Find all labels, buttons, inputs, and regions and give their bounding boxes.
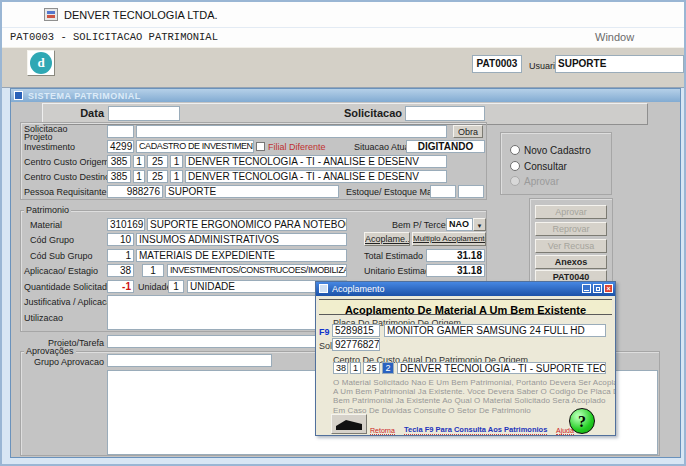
dialog-cc-desc-field: DENVER TECNOLOGIA - TI - SUPORTE TECNICO [397,362,606,374]
dialog-message-line-2: A Um Bem Patrimonial Ja Existente. Voce … [333,387,616,396]
cc-origem-field-3[interactable]: 25 [147,155,168,168]
mdi-title-bar[interactable]: SISTEMA PATRIMONIAL [11,89,680,102]
unitario-estimado-field: 31.18 [426,264,485,277]
radio-novo-cadastro[interactable] [510,145,520,155]
placa-code-field[interactable]: 5289815 [332,324,380,337]
dialog-cc-field-2[interactable]: 1 [350,362,361,374]
retorna-button[interactable] [331,414,367,434]
acoplame-button[interactable]: Acoplame... [364,232,410,246]
f9-label: F9 [319,327,330,337]
dialog-close-button[interactable]: × [604,284,613,293]
cc-destino-field-1[interactable]: 385 [107,170,131,183]
denver-logo-icon: d [30,52,52,74]
cod-subgrupo-label: Cód Sub Grupo [30,251,93,262]
denver-logo-button[interactable]: d [27,50,55,76]
retorna-label: Retorna [370,427,395,435]
cc-origem-desc-field: DENVER TECNOLOGIA - TI - ANALISE E DESEN… [185,155,447,168]
cc-origem-field-1[interactable]: 385 [107,155,131,168]
app-icon [44,8,58,21]
material-code-field[interactable]: 310169 [107,218,145,231]
bem-terceiro-select[interactable]: NAO [446,218,473,231]
dialog-maximize-button[interactable] [593,284,602,293]
placa-desc-field: MONITOR GAMER SAMSUNG 24 FULL HD [384,324,606,337]
menu-item-module[interactable]: PAT0003 - SOLICITACAO PATRIMONIAL [10,32,218,43]
projeto-desc-field[interactable] [136,125,447,138]
retorna-icon [334,417,364,433]
window-title: DENVER TECNOLOGIA LTDA. [64,10,218,21]
cod-subgrupo-field[interactable]: 1 [107,249,134,262]
toolbar: d ? |◀ ◀ ▶ ▶| + × [2,47,684,88]
radio-aprovar-label: Aprovar [524,176,559,187]
dialog-message-line-3: Bem Patrimonial Ja Existente Ao Qual O M… [333,396,606,405]
dialog-header-band: Acoplamento De Material A Um Bem Existen… [319,299,612,315]
dialog-cc-field-1[interactable]: 38 [333,362,348,374]
aplicacao-desc-field: INVESTIMENTOS/CONSTRUCOES/IMOBILIZADOS [167,264,347,277]
cc-origem-field-4[interactable]: 1 [170,155,183,168]
menu-item-window[interactable]: Window [595,32,634,43]
investimento-desc-field[interactable]: CADASTRO DE INVESTIMENTOS PARA A DENVI [136,140,254,153]
pessoa-nome-field: SUPORTE [165,185,339,198]
cc-destino-field-4[interactable]: 1 [170,170,183,183]
investimento-label: Investimento [24,142,75,153]
pessoa-code-field[interactable]: 988276 [107,185,163,198]
mdi-window-icon [14,91,23,100]
pessoa-requisitante-label: Pessoa Requisitante [24,187,107,198]
patrimonio-group-label: Patrimonio [24,205,71,216]
reprovar-button: Reprovar [535,222,607,236]
total-estimado-label: Total Estimado [364,251,423,262]
obra-button[interactable]: Obra [453,125,483,138]
solicitacao-field[interactable] [405,106,485,121]
radio-consultar[interactable] [510,161,520,171]
cc-destino-field-3[interactable]: 25 [147,170,168,183]
dialog-cc-field-3[interactable]: 25 [363,362,380,374]
centro-custo-destino-label: Centro Custo Destino [24,172,110,183]
utilizacao-label: Utilizacao [24,313,63,324]
mdi-title: SISTEMA PATRIMONIAL [28,91,141,102]
filial-diferente-checkbox[interactable] [256,142,265,151]
quantidade-field[interactable]: -1 [107,280,134,293]
dialog-minimize-button[interactable] [582,284,591,293]
centro-custo-origem-label: Centro Custo Origem [24,157,109,168]
dialog-title-bar[interactable]: Acoplamento × [316,282,615,296]
radio-consultar-label[interactable]: Consultar [524,161,567,172]
module-code-field[interactable]: PAT0003 [472,55,522,73]
cod-subgrupo-desc-field: MATERIAIS DE EXPEDIENTE [136,249,347,262]
cc-destino-field-2[interactable]: 1 [133,170,145,183]
radio-aprovar [510,176,520,186]
bem-terceiro-dropdown-button[interactable]: ▼ [473,218,486,231]
total-estimado-field: 31.18 [426,249,485,262]
aprovar-button: Aprovar [535,205,607,219]
projeto-code-field[interactable] [107,125,134,138]
acoplamento-dialog: Acoplamento × Acoplamento De Material A … [315,281,616,436]
menu-bar: PAT0003 - SOLICITACAO PATRIMONIAL Window [2,28,684,47]
unidade-label: Unidade [138,282,172,293]
anexos-button[interactable]: Anexos [535,255,607,269]
cod-grupo-desc-field: INSUMOS ADMINISTRATIVOS [136,233,347,246]
estoque-max-field[interactable] [458,185,484,198]
usuario-field[interactable]: SUPORTE [555,55,684,73]
dialog-title: Acoplamento [332,284,385,295]
dialog-header-text: Acoplamento De Material A Um Bem Existen… [345,304,586,316]
ver-recusa-button: Ver Recusa [535,239,607,253]
grupo-aprovacao-field[interactable] [107,354,272,367]
f9-hint-label: Tecla F9 Para Consulta Aos Patrimonios [404,425,547,435]
aplicacao-estagio-label: Aplicacao/ Estagio [24,266,98,277]
help-ball-icon: ? [578,413,586,430]
cc-origem-field-2[interactable]: 1 [133,155,145,168]
dialog-message-line-1: O Material Solicitado Nao E Um Bem Patri… [333,378,616,387]
aplicacao-code-field[interactable]: 38 [107,264,134,277]
data-field[interactable] [108,106,180,121]
chevron-down-icon: ▼ [477,223,483,229]
estoque-field[interactable] [430,185,456,198]
investimento-code-field[interactable]: 4299 [107,140,134,153]
aplicacao-code2-field[interactable]: 1 [142,264,164,277]
cod-grupo-field[interactable]: 10 [107,233,134,246]
help-ball-button[interactable]: ? [569,408,595,434]
cod-grupo-label: Cód Grupo [30,235,74,246]
dialog-cc-field-4-selected[interactable]: 2 [382,362,394,374]
sol-field[interactable]: 92776827 [332,338,380,351]
radio-novo-cadastro-label[interactable]: Novo Cadastro [524,145,591,156]
material-label: Material [30,220,62,231]
unidade-code-field[interactable]: 1 [168,280,184,293]
multiplo-acoplamento-button[interactable]: Multiplo Acoplamento [412,232,486,246]
